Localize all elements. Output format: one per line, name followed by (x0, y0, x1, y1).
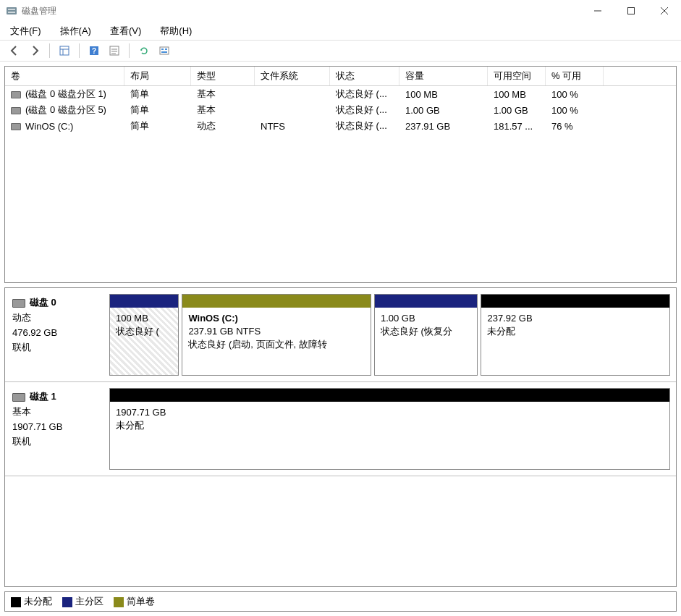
legend-unallocated-label: 未分配 (24, 596, 52, 607)
refresh-button[interactable] (135, 42, 153, 59)
menu-help[interactable]: 帮助(H) (156, 23, 196, 39)
disk-row: 磁盘 1基本1907.71 GB联机1907.71 GB未分配 (5, 382, 676, 476)
volume-type: 基本 (191, 102, 255, 118)
disk-graphic-panel: 磁盘 0动态476.92 GB联机100 MB状态良好 (WinOS (C:)2… (4, 287, 677, 587)
show-hide-tree-button[interactable] (56, 42, 73, 59)
legend: 未分配 主分区 简单卷 (4, 591, 677, 612)
disk-info[interactable]: 磁盘 1基本1907.71 GB联机 (5, 382, 106, 476)
volume-type: 动态 (191, 118, 255, 134)
properties-button[interactable] (106, 42, 123, 59)
volume-fs (255, 93, 330, 96)
partition-size: 237.91 GB NTFS (188, 325, 365, 338)
partition[interactable]: 1.00 GB状态良好 (恢复分 (374, 294, 478, 376)
volume-free: 1.00 GB (488, 104, 546, 117)
volume-row[interactable]: (磁盘 0 磁盘分区 5)简单基本状态良好 (...1.00 GB1.00 GB… (5, 102, 676, 118)
partition-detail: 未分配 (116, 419, 664, 432)
partition-color-bar (481, 295, 669, 308)
legend-unallocated: 未分配 (11, 595, 52, 608)
volume-row[interactable]: (磁盘 0 磁盘分区 1)简单基本状态良好 (...100 MB100 MB10… (5, 86, 676, 102)
col-volume[interactable]: 卷 (5, 67, 124, 85)
legend-simple-label: 简单卷 (127, 596, 155, 607)
svg-text:?: ? (92, 47, 96, 55)
partition[interactable]: 100 MB状态良好 ( (109, 294, 179, 376)
svg-rect-1 (8, 9, 15, 10)
partition[interactable]: WinOS (C:)237.91 GB NTFS状态良好 (启动, 页面文件, … (182, 294, 371, 376)
volume-free: 100 MB (488, 88, 546, 101)
toolbar-separator (79, 43, 80, 58)
menu-file[interactable]: 文件(F) (6, 23, 46, 39)
volume-fs: NTFS (255, 119, 330, 133)
partition-size: 1.00 GB (381, 312, 472, 325)
legend-primary-label: 主分区 (75, 596, 103, 607)
disk-name: 磁盘 0 (30, 297, 56, 308)
disk-info[interactable]: 磁盘 0动态476.92 GB联机 (5, 288, 106, 381)
volume-capacity: 100 MB (399, 88, 488, 101)
legend-primary: 主分区 (62, 595, 103, 608)
partition-detail: 状态良好 (恢复分 (381, 325, 472, 338)
volume-icon (11, 91, 21, 98)
volume-name: WinOS (C:) (25, 121, 73, 132)
volume-list-panel: 卷 布局 类型 文件系统 状态 容量 可用空间 % 可用 (磁盘 0 磁盘分区 … (4, 66, 677, 283)
partition[interactable]: 237.92 GB未分配 (481, 294, 670, 376)
partition-size: 100 MB (116, 312, 172, 325)
partition-size: 237.92 GB (487, 312, 664, 325)
volume-name-cell: (磁盘 0 磁盘分区 1) (5, 86, 124, 102)
svg-rect-16 (160, 47, 169, 54)
partition-size: 1907.71 GB (116, 406, 664, 419)
svg-rect-2 (8, 12, 15, 13)
window-title: 磁盘管理 (22, 5, 581, 17)
disk-name: 磁盘 1 (30, 391, 56, 402)
col-status[interactable]: 状态 (330, 67, 399, 85)
partition-body: 1907.71 GB未分配 (110, 402, 669, 469)
col-free[interactable]: 可用空间 (488, 67, 546, 85)
volume-layout: 简单 (124, 86, 191, 102)
disk-capacity: 476.92 GB (12, 326, 99, 341)
col-layout[interactable]: 布局 (124, 67, 191, 85)
volume-icon (11, 123, 21, 130)
swatch-blue-icon (62, 597, 72, 607)
minimize-button[interactable] (581, 0, 614, 22)
disk-icon (12, 393, 25, 402)
volume-fs (255, 109, 330, 111)
partition-detail: 状态良好 (启动, 页面文件, 故障转 (188, 338, 365, 351)
disk-row: 磁盘 0动态476.92 GB联机100 MB状态良好 (WinOS (C:)2… (5, 288, 676, 382)
col-filesystem[interactable]: 文件系统 (255, 67, 330, 85)
menu-view[interactable]: 查看(V) (106, 23, 145, 39)
svg-rect-17 (161, 48, 164, 50)
help-button[interactable]: ? (85, 42, 103, 59)
col-capacity[interactable]: 容量 (399, 67, 488, 85)
volume-status: 状态良好 (... (330, 86, 399, 102)
back-button[interactable] (6, 42, 23, 59)
volume-free: 181.57 ... (488, 119, 546, 133)
volume-icon (11, 107, 21, 114)
swatch-black-icon (11, 597, 21, 607)
partition-detail: 未分配 (487, 325, 664, 338)
partition-body: 1.00 GB状态良好 (恢复分 (375, 308, 478, 375)
partition-body: WinOS (C:)237.91 GB NTFS状态良好 (启动, 页面文件, … (182, 308, 371, 375)
volume-type: 基本 (191, 86, 255, 102)
partition-color-bar (182, 295, 371, 308)
window-buttons (581, 0, 681, 22)
forward-button[interactable] (26, 42, 43, 59)
swatch-olive-icon (114, 597, 124, 607)
close-button[interactable] (648, 0, 681, 22)
app-icon (6, 5, 17, 17)
col-pctfree[interactable]: % 可用 (546, 67, 604, 85)
maximize-button[interactable] (614, 0, 648, 22)
svg-rect-19 (161, 51, 167, 53)
svg-rect-18 (165, 48, 167, 50)
volume-row[interactable]: WinOS (C:)简单动态NTFS状态良好 (...237.91 GB181.… (5, 118, 676, 134)
toolbar-separator (129, 43, 130, 58)
volume-name-cell: (磁盘 0 磁盘分区 5) (5, 102, 124, 118)
titlebar: 磁盘管理 (0, 0, 681, 22)
toolbar-separator (49, 43, 50, 58)
volume-capacity: 237.91 GB (399, 119, 488, 133)
partition-color-bar (375, 295, 478, 308)
partition[interactable]: 1907.71 GB未分配 (109, 388, 670, 470)
partition-body: 100 MB状态良好 ( (110, 308, 178, 375)
col-type[interactable]: 类型 (191, 67, 255, 85)
menu-action[interactable]: 操作(A) (56, 23, 96, 39)
volume-rows: (磁盘 0 磁盘分区 1)简单基本状态良好 (...100 MB100 MB10… (5, 86, 676, 134)
disk-type: 基本 (12, 405, 99, 420)
settings-button[interactable] (156, 42, 173, 59)
